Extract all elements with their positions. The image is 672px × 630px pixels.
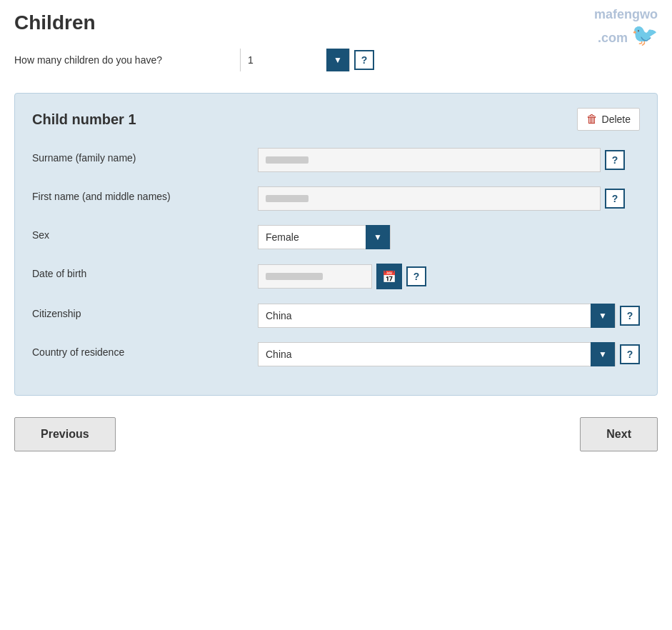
firstname-controls: ? (258, 186, 640, 211)
surname-label: Surname (family name) (32, 148, 246, 164)
citizenship-arrow[interactable]: ▼ (591, 304, 615, 328)
dob-controls: 📅 ? (258, 264, 640, 289)
trash-icon: 🗑 (586, 113, 598, 126)
dob-label: Date of birth (32, 264, 246, 279)
firstname-blurred (266, 195, 309, 202)
country-residence-controls: China ▼ ? (258, 342, 640, 366)
surname-input[interactable] (258, 148, 601, 172)
citizenship-label: Citizenship (32, 304, 246, 319)
citizenship-row: Citizenship China ▼ ? (32, 304, 640, 328)
next-button[interactable]: Next (580, 417, 658, 451)
how-many-controls: 1 ▼ ? (240, 49, 374, 71)
country-residence-row: Country of residence China ▼ ? (32, 342, 640, 366)
surname-row: Surname (family name) ? (32, 148, 640, 172)
country-residence-value: China (259, 342, 591, 366)
children-count-dropdown[interactable]: 1 ▼ (240, 49, 350, 71)
firstname-help-button[interactable]: ? (605, 189, 625, 209)
country-residence-arrow[interactable]: ▼ (591, 342, 615, 366)
previous-button[interactable]: Previous (14, 417, 116, 451)
child-card-header: Child number 1 🗑 Delete (32, 108, 640, 131)
children-count-value: 1 (241, 49, 326, 71)
sex-value: Female (259, 225, 366, 249)
country-residence-help-button[interactable]: ? (620, 344, 640, 364)
nav-buttons: Previous Next (14, 417, 658, 466)
sex-arrow[interactable]: ▼ (366, 225, 390, 249)
citizenship-value: China (259, 304, 591, 328)
child-card-1: Child number 1 🗑 Delete Surname (family … (14, 93, 658, 396)
dob-input[interactable] (258, 264, 372, 289)
delete-button[interactable]: 🗑 Delete (577, 108, 640, 131)
country-residence-dropdown[interactable]: China ▼ (258, 342, 616, 366)
sex-row: Sex Female ▼ (32, 225, 640, 249)
how-many-label: How many children do you have? (14, 54, 229, 66)
calendar-button[interactable]: 📅 (376, 264, 402, 289)
dob-help-button[interactable]: ? (406, 266, 426, 286)
sex-label: Sex (32, 225, 246, 241)
citizenship-help-button[interactable]: ? (620, 306, 640, 326)
delete-label: Delete (602, 114, 631, 125)
sex-dropdown[interactable]: Female ▼ (258, 225, 391, 249)
firstname-row: First name (and middle names) ? (32, 186, 640, 211)
page-title: Children (14, 11, 658, 34)
country-residence-label: Country of residence (32, 342, 246, 358)
calendar-icon: 📅 (382, 270, 396, 284)
citizenship-dropdown[interactable]: China ▼ (258, 304, 616, 328)
citizenship-controls: China ▼ ? (258, 304, 640, 328)
watermark-bird-icon: 🐦 (631, 22, 658, 47)
sex-controls: Female ▼ (258, 225, 640, 249)
firstname-label: First name (and middle names) (32, 186, 246, 202)
firstname-input[interactable] (258, 186, 601, 211)
children-count-arrow[interactable]: ▼ (326, 49, 349, 71)
surname-controls: ? (258, 148, 640, 172)
surname-help-button[interactable]: ? (605, 150, 625, 170)
child-number-title: Child number 1 (32, 111, 136, 128)
watermark: mafengwo .com 🐦 (594, 7, 658, 47)
surname-blurred (266, 156, 309, 164)
how-many-help-button[interactable]: ? (354, 50, 374, 70)
how-many-children-row: How many children do you have? 1 ▼ ? (14, 49, 658, 71)
dob-row: Date of birth 📅 ? (32, 264, 640, 289)
dob-blurred (266, 273, 323, 280)
